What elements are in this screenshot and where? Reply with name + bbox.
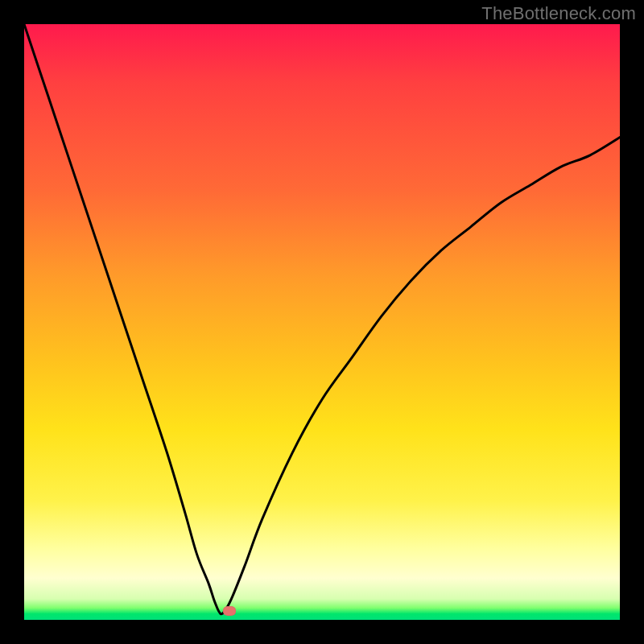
chart-frame: TheBottleneck.com (0, 0, 644, 644)
bottleneck-curve (24, 24, 620, 620)
watermark-text: TheBottleneck.com (481, 3, 636, 24)
plot-area (24, 24, 620, 620)
optimum-marker (223, 606, 236, 616)
